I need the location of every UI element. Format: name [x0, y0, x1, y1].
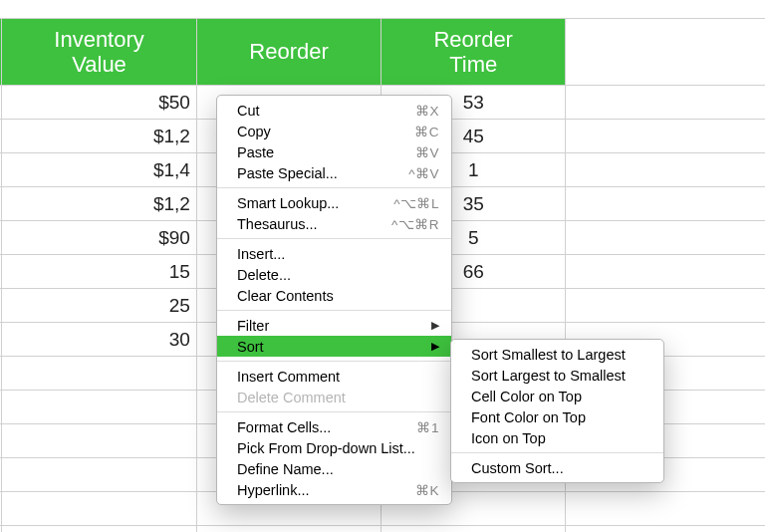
- header-inventory-value[interactable]: Inventory Value: [2, 19, 197, 86]
- menu-hyperlink[interactable]: Hyperlink...⌘K: [217, 479, 451, 500]
- submenu-arrow-icon: ▶: [431, 340, 439, 353]
- menu-sort[interactable]: Sort▶: [217, 336, 451, 357]
- shortcut-label: ⌘1: [416, 419, 439, 435]
- submenu-cell-color-on-top[interactable]: Cell Color on Top: [451, 386, 663, 406]
- menu-separator: [451, 452, 663, 453]
- menu-define-name[interactable]: Define Name...: [217, 458, 451, 479]
- cell[interactable]: 15: [2, 255, 197, 289]
- sort-submenu: Sort Smallest to Largest Sort Largest to…: [450, 339, 664, 483]
- submenu-sort-largest-to-smallest[interactable]: Sort Largest to Smallest: [451, 365, 663, 386]
- cell[interactable]: $1,4: [2, 153, 197, 187]
- shortcut-label: ^⌘V: [408, 165, 439, 181]
- menu-filter[interactable]: Filter▶: [217, 315, 451, 336]
- cell[interactable]: $1,2: [2, 120, 197, 153]
- menu-paste-special[interactable]: Paste Special...^⌘V: [217, 162, 451, 183]
- menu-separator: [217, 310, 451, 311]
- submenu-sort-smallest-to-largest[interactable]: Sort Smallest to Largest: [451, 344, 663, 365]
- cell[interactable]: 25: [2, 289, 197, 323]
- shortcut-label: ^⌥⌘L: [393, 195, 439, 211]
- shortcut-label: ⌘V: [415, 144, 439, 160]
- menu-copy[interactable]: Copy⌘C: [217, 121, 451, 141]
- menu-smart-lookup[interactable]: Smart Lookup...^⌥⌘L: [217, 192, 451, 213]
- cell[interactable]: $90: [2, 221, 197, 255]
- menu-delete[interactable]: Delete...: [217, 264, 451, 285]
- menu-insert[interactable]: Insert...: [217, 243, 451, 264]
- menu-separator: [217, 361, 451, 362]
- menu-thesaurus[interactable]: Thesaurus...^⌥⌘R: [217, 213, 451, 234]
- context-menu: Cut⌘X Copy⌘C Paste⌘V Paste Special...^⌘V…: [216, 95, 452, 505]
- header-reorder[interactable]: Reorder: [196, 19, 381, 86]
- menu-pick-from-list[interactable]: Pick From Drop-down List...: [217, 437, 451, 458]
- menu-clear-contents[interactable]: Clear Contents: [217, 285, 451, 306]
- header-reorder-time[interactable]: Reorder Time: [382, 19, 566, 86]
- cell[interactable]: $50: [2, 86, 197, 120]
- menu-insert-comment[interactable]: Insert Comment: [217, 366, 451, 387]
- menu-separator: [217, 187, 451, 188]
- menu-delete-comment: Delete Comment: [217, 387, 451, 407]
- menu-cut[interactable]: Cut⌘X: [217, 100, 451, 121]
- menu-paste[interactable]: Paste⌘V: [217, 141, 451, 162]
- cell[interactable]: $1,2: [2, 187, 197, 221]
- shortcut-label: ⌘K: [415, 482, 439, 498]
- submenu-font-color-on-top[interactable]: Font Color on Top: [451, 406, 663, 427]
- submenu-arrow-icon: ▶: [431, 319, 439, 332]
- header-row: Inventory Value Reorder Reorder Time: [0, 19, 765, 86]
- cell[interactable]: 30: [2, 323, 197, 357]
- menu-separator: [217, 411, 451, 412]
- shortcut-label: ^⌥⌘R: [391, 216, 439, 232]
- submenu-icon-on-top[interactable]: Icon on Top: [451, 427, 663, 448]
- menu-format-cells[interactable]: Format Cells...⌘1: [217, 416, 451, 437]
- submenu-custom-sort[interactable]: Custom Sort...: [451, 457, 663, 478]
- menu-separator: [217, 238, 451, 239]
- shortcut-label: ⌘C: [414, 124, 439, 139]
- shortcut-label: ⌘X: [415, 103, 439, 119]
